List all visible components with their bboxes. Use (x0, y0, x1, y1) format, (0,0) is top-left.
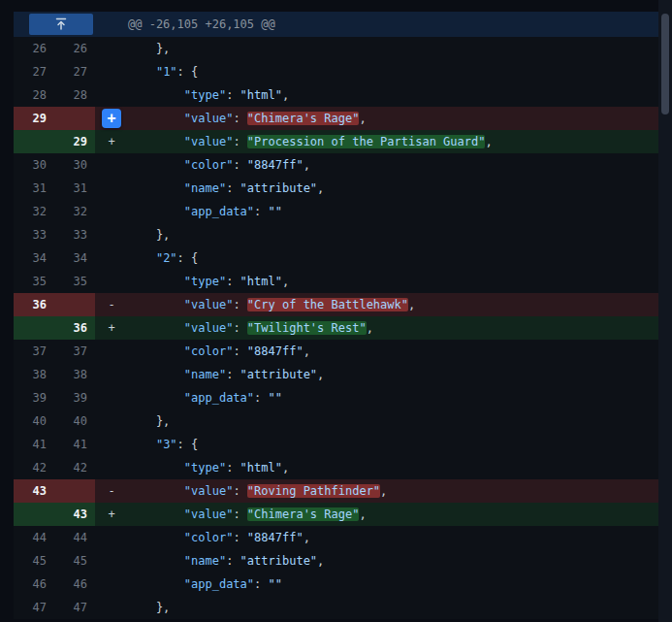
code-line: "color": "8847ff", (128, 340, 658, 363)
code-line: "1": { (128, 60, 658, 83)
diff-line: 4242 "type": "html", (14, 456, 658, 479)
diff-line: 3838 "name": "attribute", (14, 363, 658, 386)
diff-marker: + (95, 503, 128, 526)
diff-line: 36+ "value": "Twilight's Rest", (14, 316, 658, 340)
diff-line: 2727 "1": { (14, 60, 658, 83)
new-line-number: 47 (54, 596, 95, 619)
code-line: "app_data": "" (128, 386, 658, 409)
code-line: "type": "html", (128, 83, 658, 107)
diff-marker (95, 223, 128, 246)
new-line-number (54, 293, 95, 316)
code-line: "3": { (128, 433, 658, 456)
old-line-number: 26 (14, 37, 54, 60)
old-line-number: 39 (14, 386, 54, 409)
diff-line: 29+ "value": "Chimera's Rage", (14, 107, 658, 130)
new-line-number: 27 (54, 60, 95, 83)
diff-marker: + (95, 316, 128, 340)
diff-line: 4747 }, (14, 596, 658, 619)
code-line: "color": "8847ff", (128, 153, 658, 177)
diff-lines: 2626 },2727 "1": {2828 "type": "html",29… (14, 37, 658, 619)
diff-marker (95, 433, 128, 456)
diff-line: 4040 }, (14, 409, 658, 433)
expand-hunk-button[interactable] (29, 14, 93, 35)
old-line-number: 27 (14, 60, 54, 83)
old-line-number: 45 (14, 549, 54, 573)
old-line-number: 41 (14, 433, 54, 456)
hunk-header-row: @@ -26,105 +26,105 @@ (14, 12, 658, 37)
new-line-number: 34 (54, 246, 95, 270)
old-line-number: 40 (14, 409, 54, 433)
code-line: "value": "Procession of the Partisan Gua… (128, 130, 658, 153)
code-line: "app_data": "" (128, 200, 658, 223)
new-line-number: 36 (54, 316, 95, 340)
old-line-number: 34 (14, 246, 54, 270)
old-line-number: 36 (14, 293, 54, 316)
code-line: "name": "attribute", (128, 177, 658, 200)
diff-marker: + (95, 130, 128, 153)
new-line-number (54, 107, 95, 130)
diff-line: 3434 "2": { (14, 246, 658, 270)
diff-marker (95, 526, 128, 549)
new-line-number: 32 (54, 200, 95, 223)
new-line-number: 38 (54, 363, 95, 386)
diff-marker (95, 60, 128, 83)
diff-line: 3232 "app_data": "" (14, 200, 658, 223)
scrollbar-thumb[interactable] (661, 14, 669, 115)
diff-marker (95, 37, 128, 60)
add-comment-button[interactable]: + (102, 109, 121, 128)
diff-marker (95, 386, 128, 409)
diff-marker (95, 200, 128, 223)
code-line: "value": "Roving Pathfinder", (128, 479, 658, 503)
diff-table: @@ -26,105 +26,105 @@ 2626 },2727 "1": {… (14, 12, 658, 619)
diff-marker (95, 246, 128, 270)
new-line-number: 31 (54, 177, 95, 200)
diff-marker (95, 456, 128, 479)
hunk-gutter (14, 14, 128, 35)
diff-marker (95, 549, 128, 573)
diff-line: 3535 "type": "html", (14, 270, 658, 293)
diff-marker: - (95, 293, 128, 316)
code-line: "name": "attribute", (128, 549, 658, 573)
diff-marker: + (95, 107, 128, 130)
diff-line: 4646 "app_data": "" (14, 573, 658, 596)
code-line: "type": "html", (128, 270, 658, 293)
old-line-number: 37 (14, 340, 54, 363)
diff-line: 43- "value": "Roving Pathfinder", (14, 479, 658, 503)
new-line-number: 41 (54, 433, 95, 456)
code-line: }, (128, 409, 658, 433)
code-line: "app_data": "" (128, 573, 658, 596)
code-line: }, (128, 596, 658, 619)
diff-line: 4141 "3": { (14, 433, 658, 456)
code-line: "value": "Cry of the Battlehawk", (128, 293, 658, 316)
old-line-number: 29 (14, 107, 54, 130)
diff-line: 2828 "type": "html", (14, 83, 658, 107)
old-line-number: 43 (14, 479, 54, 503)
new-line-number: 46 (54, 573, 95, 596)
code-line: "color": "8847ff", (128, 526, 658, 549)
code-line: "value": "Chimera's Rage", (128, 107, 658, 130)
old-line-number: 28 (14, 83, 54, 107)
scrollbar[interactable] (658, 0, 672, 622)
diff-marker (95, 573, 128, 596)
new-line-number: 39 (54, 386, 95, 409)
code-line: "value": "Twilight's Rest", (128, 316, 658, 340)
new-line-number: 42 (54, 456, 95, 479)
new-line-number: 37 (54, 340, 95, 363)
diff-line: 3737 "color": "8847ff", (14, 340, 658, 363)
new-line-number: 33 (54, 223, 95, 246)
diff-line: 36- "value": "Cry of the Battlehawk", (14, 293, 658, 316)
code-line: "type": "html", (128, 456, 658, 479)
diff-marker (95, 153, 128, 177)
diff-line: 3939 "app_data": "" (14, 386, 658, 409)
new-line-number: 45 (54, 549, 95, 573)
diff-marker (95, 409, 128, 433)
diff-line: 43+ "value": "Chimera's Rage", (14, 503, 658, 526)
new-line-number: 29 (54, 130, 95, 153)
diff-marker (95, 177, 128, 200)
old-line-number (14, 316, 54, 340)
diff-line: 3030 "color": "8847ff", (14, 153, 658, 177)
new-line-number: 44 (54, 526, 95, 549)
old-line-number: 38 (14, 363, 54, 386)
old-line-number: 30 (14, 153, 54, 177)
diff-marker (95, 596, 128, 619)
